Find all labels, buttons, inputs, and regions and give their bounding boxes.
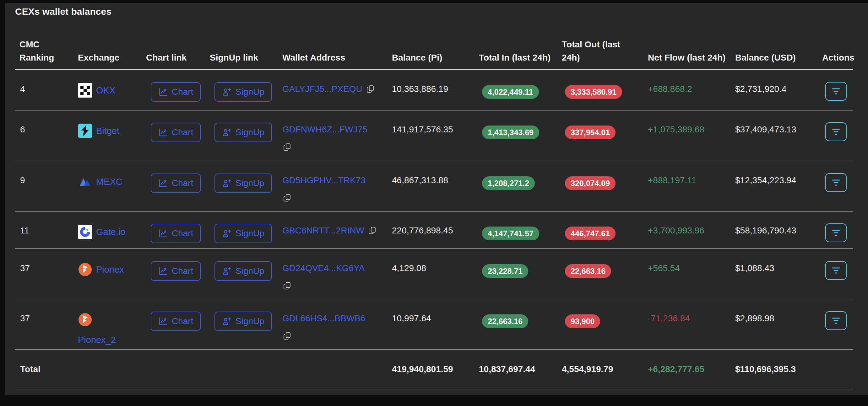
column-header: Wallet Address (282, 18, 392, 70)
person-plus-icon (222, 229, 231, 238)
signup-button[interactable]: SignUp (215, 82, 272, 102)
cmc-ranking-value: 37 (20, 313, 30, 323)
chart-button[interactable]: Chart (151, 173, 201, 193)
wallet-address-link[interactable]: GDL66HS4...BBWB6 (282, 313, 366, 323)
column-header: SignUp link (210, 18, 282, 70)
signup-button[interactable]: SignUp (215, 123, 272, 142)
exchange-cell: Pionex_2 (78, 312, 138, 346)
cmc-ranking-value: 6 (20, 125, 25, 134)
exchange-link[interactable]: Bitget (96, 125, 119, 137)
total-in-badge: 1,413,343.69 (482, 126, 539, 139)
balance-usd-value: $1,088.43 (735, 263, 774, 273)
balance-usd-value: $37,409,473.13 (735, 125, 797, 134)
chart-icon (158, 266, 168, 276)
net-flow-value: +1,075,389.68 (648, 125, 704, 134)
chart-button[interactable]: Chart (151, 311, 201, 331)
filter-icon (831, 266, 841, 275)
table-row: 6 Bitget Chart (15, 110, 853, 161)
table-row: 37 Pionex Chart (15, 249, 853, 299)
person-plus-icon (222, 316, 231, 326)
filter-icon (831, 87, 841, 96)
actions-filter-button[interactable] (825, 311, 847, 330)
net-flow-value: +3,700,993.96 (648, 226, 704, 235)
net-flow-value: +888,197.11 (648, 175, 696, 185)
exchange-link[interactable]: Gate.io (96, 226, 126, 238)
total-out-badge: 446,747.61 (565, 227, 616, 240)
total-in-badge: 22,663.16 (482, 314, 528, 328)
chart-button[interactable]: Chart (151, 224, 201, 243)
exchange-logo-icon (78, 312, 92, 327)
total-net-flow: +6,282,777.65 (648, 349, 735, 389)
wallet-address-link[interactable]: GDFNWH6Z...FWJ75 (282, 125, 367, 134)
total-out-badge: 93,900 (565, 314, 600, 328)
column-header: Exchange (78, 18, 146, 70)
cex-wallet-balances-panel: CEXs wallet balances CMC RankingExchange… (5, 3, 868, 395)
exchange-logo-icon (78, 124, 92, 138)
total-out-badge: 22,663.16 (565, 264, 611, 278)
table-row: 9 MEXC Chart (15, 161, 853, 211)
chart-button[interactable]: Chart (151, 261, 201, 281)
copy-icon[interactable] (283, 193, 384, 205)
net-flow-value: -71,236.84 (648, 313, 690, 323)
exchange-link[interactable]: Pionex (96, 264, 124, 275)
actions-filter-button[interactable] (825, 261, 847, 280)
signup-button[interactable]: SignUp (215, 261, 272, 281)
wallet-address-link[interactable]: GBC6NRTT...2RINW (282, 226, 364, 235)
signup-button[interactable]: SignUp (215, 311, 272, 331)
copy-icon[interactable] (366, 84, 375, 96)
chart-button[interactable]: Chart (151, 123, 201, 142)
balance-usd-value: $2,731,920.4 (735, 84, 787, 94)
cmc-ranking-value: 9 (20, 175, 25, 185)
balance-usd-value: $2,898.98 (735, 313, 774, 323)
copy-icon[interactable] (283, 331, 384, 343)
exchange-logo-icon (78, 83, 92, 98)
actions-filter-button[interactable] (825, 173, 847, 192)
total-in-badge: 23,228.71 (482, 264, 528, 278)
total-out-badge: 3,333,580.91 (565, 85, 622, 99)
balance-pi-value: 220,776,898.45 (392, 226, 453, 235)
copy-icon[interactable] (368, 226, 376, 238)
actions-filter-button[interactable] (825, 224, 847, 242)
column-header: Balance (Pi) (392, 18, 479, 70)
wallet-address-link[interactable]: GD24QVE4...KG6YA (282, 263, 365, 273)
exchange-cell: OKX (78, 83, 115, 98)
cex-balances-table: CMC RankingExchangeChart linkSignUp link… (15, 18, 853, 390)
balance-pi-value: 10,363,886.19 (392, 84, 448, 94)
actions-filter-button[interactable] (825, 122, 847, 141)
column-header: Actions (822, 18, 853, 70)
signup-button[interactable]: SignUp (215, 224, 272, 243)
exchange-link[interactable]: OKX (96, 84, 115, 96)
copy-icon[interactable] (283, 281, 384, 293)
wallet-address-link[interactable]: GD5HGPHV...TRK73 (282, 175, 366, 185)
filter-icon (831, 178, 841, 187)
chart-button[interactable]: Chart (151, 82, 201, 102)
column-header: Balance (USD) (735, 18, 822, 70)
balance-pi-value: 141,917,576.35 (392, 125, 453, 134)
copy-icon[interactable] (283, 142, 384, 155)
net-flow-value: +565.54 (648, 263, 680, 273)
actions-filter-button[interactable] (825, 82, 847, 101)
person-plus-icon (222, 178, 231, 188)
filter-icon (831, 316, 841, 325)
total-net-flow-value: +6,282,777.65 (648, 364, 704, 374)
exchange-logo-icon (78, 262, 92, 277)
total-signup-empty (210, 349, 282, 389)
balance-usd-value: $12,354,223.94 (735, 175, 797, 185)
filter-icon (831, 228, 841, 237)
person-plus-icon (222, 266, 231, 276)
filter-icon (831, 127, 841, 136)
exchange-cell: Pionex (78, 262, 124, 277)
wallet-address-link[interactable]: GALYJFJ5...PXEQU (282, 84, 363, 94)
balance-pi-value: 10,997.64 (392, 313, 431, 323)
person-plus-icon (222, 87, 231, 97)
exchange-link[interactable]: Pionex_2 (78, 334, 138, 346)
total-in-badge: 4,022,449.11 (482, 85, 539, 99)
person-plus-icon (222, 128, 231, 137)
total-label: Total (15, 349, 78, 389)
exchange-link[interactable]: MEXC (96, 176, 122, 188)
balance-pi-value: 46,867,313.88 (392, 175, 448, 185)
exchange-cell: Gate.io (78, 225, 126, 239)
total-row: Total 419,940,801.59 10,837,697.44 4,554… (15, 349, 853, 389)
signup-button[interactable]: SignUp (215, 173, 272, 193)
total-in-badge: 1,208,271.2 (482, 176, 535, 190)
